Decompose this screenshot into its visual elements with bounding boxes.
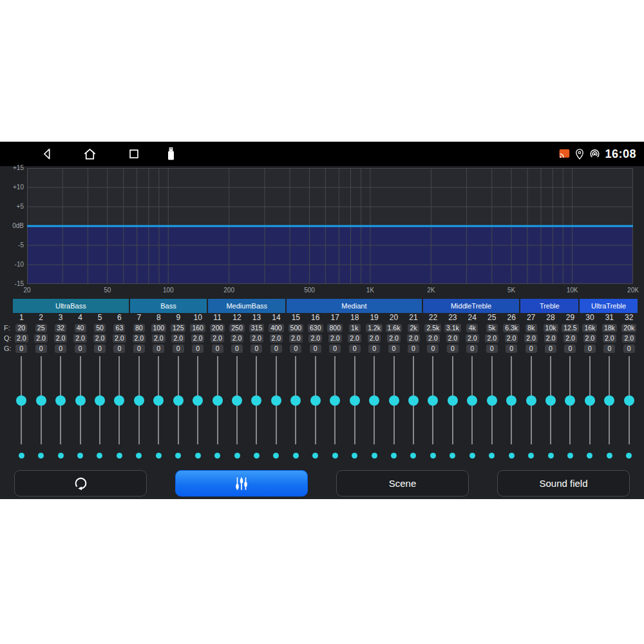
frequency-value-chip[interactable]: 32 [55,324,66,332]
eq-gain-slider[interactable] [365,356,384,444]
q-value-chip[interactable]: 2.0 [34,334,48,343]
q-value-chip[interactable]: 2.0 [426,334,440,343]
gain-value-chip[interactable]: 0 [55,345,66,353]
q-value-chip[interactable]: 2.0 [250,334,263,343]
frequency-value-chip[interactable]: 8k [526,324,537,332]
eq-gain-slider[interactable] [423,356,442,444]
q-value-chip[interactable]: 2.0 [171,334,185,343]
gain-value-chip[interactable]: 0 [212,345,223,353]
reset-button[interactable] [14,470,147,497]
slider-handle[interactable] [173,395,184,406]
gain-value-chip[interactable]: 0 [368,345,380,353]
slider-handle[interactable] [487,395,497,406]
frequency-value-chip[interactable]: 4k [466,324,478,332]
eq-gain-slider[interactable] [286,356,305,444]
frequency-value-chip[interactable]: 5k [486,324,498,332]
slider-handle[interactable] [310,395,321,406]
eq-gain-slider[interactable] [70,356,90,444]
slider-handle[interactable] [114,395,124,406]
slider-handle[interactable] [55,395,66,406]
eq-gain-slider[interactable] [188,356,207,444]
frequency-value-chip[interactable]: 6.3k [503,324,520,332]
band-segment[interactable]: MediumBass [208,299,285,313]
back-icon[interactable] [40,147,54,161]
gain-value-chip[interactable]: 0 [94,345,106,353]
eq-gain-slider[interactable] [404,356,423,444]
eq-gain-slider[interactable] [600,356,619,444]
q-value-chip[interactable]: 2.0 [407,334,421,343]
gain-value-chip[interactable]: 0 [526,345,537,353]
slider-handle[interactable] [330,395,340,406]
frequency-value-chip[interactable]: 10k [544,324,558,332]
slider-handle[interactable] [95,395,105,406]
q-value-chip[interactable]: 2.0 [505,334,518,343]
q-value-chip[interactable]: 2.0 [191,334,205,343]
slider-handle[interactable] [75,395,86,406]
slider-handle[interactable] [193,395,203,406]
q-value-chip[interactable]: 2.0 [93,334,107,343]
gain-value-chip[interactable]: 0 [427,345,439,353]
frequency-value-chip[interactable]: 20 [15,324,27,332]
slider-handle[interactable] [369,395,379,406]
eq-gain-slider[interactable] [306,356,325,444]
eq-gain-slider[interactable] [129,356,149,444]
q-value-chip[interactable]: 2.0 [113,334,126,343]
eq-gain-slider[interactable] [227,356,247,444]
eq-gain-slider[interactable] [482,356,502,444]
frequency-value-chip[interactable]: 50 [94,324,106,332]
band-segment[interactable]: Treble [520,299,578,313]
eq-gain-slider[interactable] [541,356,560,444]
q-value-chip[interactable]: 2.0 [152,334,166,343]
slider-handle[interactable] [134,395,144,406]
eq-gain-slider[interactable] [90,356,109,444]
eq-gain-slider[interactable] [325,356,345,444]
gain-value-chip[interactable]: 0 [133,345,145,353]
q-value-chip[interactable]: 2.0 [466,334,479,343]
gain-value-chip[interactable]: 0 [35,345,47,353]
gain-value-chip[interactable]: 0 [603,345,615,353]
band-segment[interactable]: UltraBass [13,299,129,313]
eq-gain-slider[interactable] [580,356,600,444]
eq-gain-slider[interactable] [443,356,462,444]
gain-value-chip[interactable]: 0 [15,345,27,353]
band-segment[interactable]: MiddleTreble [423,299,520,313]
frequency-value-chip[interactable]: 63 [113,324,125,332]
frequency-value-chip[interactable]: 800 [327,324,343,332]
slider-handle[interactable] [389,395,399,406]
q-value-chip[interactable]: 2.0 [564,334,577,343]
eq-gain-slider[interactable] [207,356,227,444]
eq-gain-slider[interactable] [31,356,50,444]
gain-value-chip[interactable]: 0 [466,345,478,353]
q-value-chip[interactable]: 2.0 [211,334,224,343]
eq-gain-slider[interactable] [247,356,266,444]
slider-handle[interactable] [251,395,261,406]
gain-value-chip[interactable]: 0 [584,345,596,353]
home-icon[interactable] [82,147,97,162]
q-value-chip[interactable]: 2.0 [231,334,244,343]
frequency-value-chip[interactable]: 1.2k [366,324,383,332]
slider-handle[interactable] [153,395,164,406]
equalizer-button[interactable] [175,470,308,497]
frequency-value-chip[interactable]: 3.1k [444,324,461,332]
gain-value-chip[interactable]: 0 [231,345,243,353]
band-segment[interactable]: Bass [130,299,207,313]
frequency-value-chip[interactable]: 1k [349,324,361,332]
q-value-chip[interactable]: 2.0 [348,334,361,343]
frequency-value-chip[interactable]: 20k [621,324,636,332]
slider-handle[interactable] [467,395,477,406]
slider-handle[interactable] [232,395,242,406]
slider-handle[interactable] [350,395,360,406]
frequency-value-chip[interactable]: 12.5 [562,324,578,332]
gain-value-chip[interactable]: 0 [192,345,204,353]
eq-gain-slider[interactable] [384,356,403,444]
gain-value-chip[interactable]: 0 [75,345,86,353]
frequency-value-chip[interactable]: 160 [190,324,205,332]
slider-handle[interactable] [624,395,634,406]
gain-value-chip[interactable]: 0 [270,345,282,353]
slider-handle[interactable] [16,395,26,406]
gain-value-chip[interactable]: 0 [623,345,635,353]
slider-handle[interactable] [526,395,536,406]
frequency-value-chip[interactable]: 400 [269,324,284,332]
q-value-chip[interactable]: 2.0 [73,334,87,343]
gain-value-chip[interactable]: 0 [349,345,361,353]
